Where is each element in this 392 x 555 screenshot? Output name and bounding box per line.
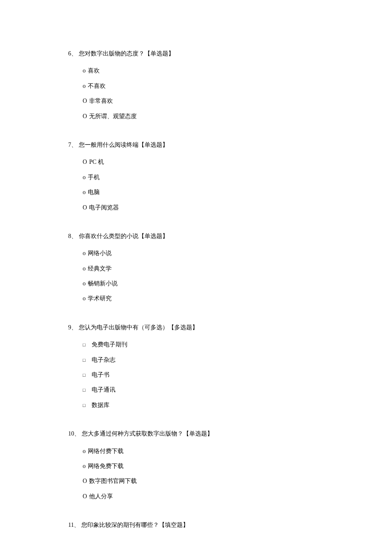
checkbox-marker: □ — [83, 341, 86, 349]
checkbox-marker: □ — [83, 372, 86, 379]
radio-option[interactable]: O 他人分享 — [83, 492, 324, 501]
question-number: 9、 — [68, 323, 77, 332]
option-text: 他人分享 — [89, 492, 113, 501]
checkbox-option[interactable]: □ 免费电子期刊 — [83, 340, 324, 349]
options-list: o 网络小说 o 经典文学 o 畅销新小说 o 学术研究 — [68, 249, 324, 304]
radio-option[interactable]: o 电脑 — [83, 188, 324, 197]
radio-option[interactable]: o 网络免费下载 — [83, 462, 324, 471]
option-text: 学术研究 — [88, 294, 112, 303]
question-7: 7、 您一般用什么阅读终端 【单选题】 O PC 机 o 手机 o 电脑 O 电… — [68, 140, 324, 212]
question-tag: 【多选题】 — [168, 323, 198, 332]
radio-marker: O — [83, 96, 87, 106]
question-8: 8、 你喜欢什么类型的小说 【单选题】 o 网络小说 o 经典文学 o 畅销新小… — [68, 232, 324, 304]
option-text: 无所谓、观望态度 — [89, 112, 137, 121]
question-text: 您对数字出版物的态度？ — [79, 49, 144, 58]
checkbox-option[interactable]: □ 数据库 — [83, 401, 324, 410]
options-list: □ 免费电子期刊 □ 电子杂志 □ 电子书 □ 电子通讯 □ 数据库 — [68, 340, 324, 410]
question-6: 6、 您对数字出版物的态度？ 【单选题】 o 喜欢 o 不喜欢 O 非常喜欢 O… — [68, 49, 324, 121]
question-11: 11、 您印象比较深的期刊有哪些？ 【填空题】 — [68, 520, 324, 530]
question-text: 您印象比较深的期刊有哪些？ — [81, 520, 159, 530]
question-number: 11、 — [68, 520, 80, 530]
radio-marker: o — [83, 81, 86, 91]
question-number: 7、 — [68, 140, 77, 150]
option-text: 网络免费下载 — [88, 462, 124, 471]
question-number: 8、 — [68, 232, 77, 241]
radio-option[interactable]: o 喜欢 — [83, 66, 324, 76]
radio-marker: o — [83, 264, 86, 273]
option-text: 数据库 — [92, 401, 110, 410]
option-text: 电脑 — [88, 188, 100, 197]
radio-marker: o — [83, 294, 86, 303]
question-number: 10、 — [68, 429, 80, 439]
option-text: 非常喜欢 — [89, 96, 113, 106]
question-text: 您认为电子出版物中有（可多选） — [79, 323, 168, 332]
radio-option[interactable]: o 经典文学 — [83, 264, 324, 273]
question-tag: 【单选题】 — [138, 232, 168, 241]
radio-marker: o — [83, 188, 86, 197]
radio-option[interactable]: O 非常喜欢 — [83, 96, 324, 106]
option-text: 不喜欢 — [88, 81, 106, 91]
question-title: 11、 您印象比较深的期刊有哪些？ 【填空题】 — [68, 520, 324, 530]
radio-option[interactable]: o 手机 — [83, 173, 324, 182]
question-tag: 【填空题】 — [159, 520, 189, 530]
option-text: 免费电子期刊 — [92, 340, 127, 349]
options-list: o 网络付费下载 o 网络免费下载 O 数字图书官网下载 O 他人分享 — [68, 447, 324, 502]
radio-option[interactable]: O 电子阅览器 — [83, 203, 324, 212]
checkbox-marker: □ — [83, 402, 86, 410]
question-title: 7、 您一般用什么阅读终端 【单选题】 — [68, 140, 324, 150]
question-number: 6、 — [68, 49, 77, 58]
radio-option[interactable]: o 学术研究 — [83, 294, 324, 303]
radio-marker: O — [83, 492, 87, 501]
option-text: 喜欢 — [88, 66, 100, 76]
option-text: 电子阅览器 — [89, 203, 119, 212]
question-title: 9、 您认为电子出版物中有（可多选） 【多选题】 — [68, 323, 324, 332]
checkbox-option[interactable]: □ 电子通讯 — [83, 385, 324, 395]
option-text: 网络付费下载 — [88, 447, 124, 456]
question-text: 你喜欢什么类型的小说 — [79, 232, 138, 241]
radio-marker: O — [83, 477, 87, 486]
radio-marker: o — [83, 249, 86, 258]
checkbox-option[interactable]: □ 电子书 — [83, 370, 324, 380]
question-text: 您大多通过何种方式获取数字出版物？ — [82, 429, 183, 439]
question-9: 9、 您认为电子出版物中有（可多选） 【多选题】 □ 免费电子期刊 □ 电子杂志… — [68, 323, 324, 410]
question-text: 您一般用什么阅读终端 — [79, 140, 138, 150]
option-text: 经典文学 — [88, 264, 112, 273]
option-text: PC 机 — [89, 157, 104, 167]
question-tag: 【单选题】 — [183, 429, 213, 439]
option-text: 数字图书官网下载 — [89, 477, 137, 486]
radio-option[interactable]: O PC 机 — [83, 157, 324, 167]
radio-option[interactable]: o 畅销新小说 — [83, 279, 324, 288]
radio-marker: O — [83, 112, 87, 121]
question-title: 6、 您对数字出版物的态度？ 【单选题】 — [68, 49, 324, 58]
option-text: 电子书 — [92, 370, 110, 380]
radio-option[interactable]: O 数字图书官网下载 — [83, 477, 324, 486]
option-text: 网络小说 — [88, 249, 112, 258]
checkbox-option[interactable]: □ 电子杂志 — [83, 355, 324, 365]
radio-marker: o — [83, 173, 86, 182]
question-tag: 【单选题】 — [138, 140, 168, 150]
options-list: o 喜欢 o 不喜欢 O 非常喜欢 O 无所谓、观望态度 — [68, 66, 324, 121]
question-title: 10、 您大多通过何种方式获取数字出版物？ 【单选题】 — [68, 429, 324, 439]
radio-option[interactable]: o 网络小说 — [83, 249, 324, 258]
question-tag: 【单选题】 — [144, 49, 174, 58]
option-text: 手机 — [88, 173, 100, 182]
option-text: 畅销新小说 — [88, 279, 118, 288]
option-text: 电子通讯 — [92, 385, 115, 395]
radio-marker: o — [83, 462, 86, 471]
radio-marker: O — [83, 203, 87, 212]
question-10: 10、 您大多通过何种方式获取数字出版物？ 【单选题】 o 网络付费下载 o 网… — [68, 429, 324, 501]
radio-option[interactable]: o 网络付费下载 — [83, 447, 324, 456]
checkbox-marker: □ — [83, 357, 86, 364]
radio-marker: O — [83, 157, 87, 167]
radio-option[interactable]: o 不喜欢 — [83, 81, 324, 91]
radio-marker: o — [83, 447, 86, 456]
radio-option[interactable]: O 无所谓、观望态度 — [83, 112, 324, 121]
radio-marker: o — [83, 279, 86, 288]
option-text: 电子杂志 — [92, 355, 115, 365]
question-title: 8、 你喜欢什么类型的小说 【单选题】 — [68, 232, 324, 241]
checkbox-marker: □ — [83, 386, 86, 394]
options-list: O PC 机 o 手机 o 电脑 O 电子阅览器 — [68, 157, 324, 212]
radio-marker: o — [83, 66, 86, 76]
